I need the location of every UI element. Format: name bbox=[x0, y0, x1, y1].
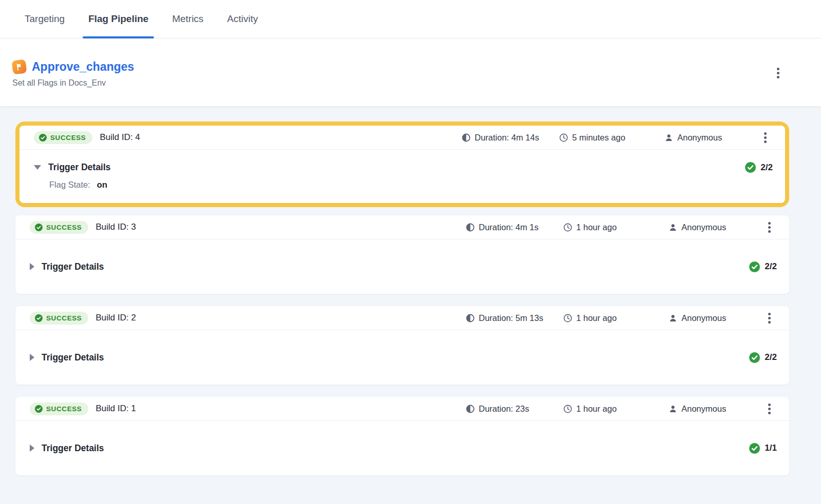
page-subtitle: Set all Flags in Docs_Env bbox=[12, 78, 809, 88]
flag-state-value: on bbox=[97, 180, 107, 190]
build-id: Build ID: 2 bbox=[95, 313, 135, 323]
build-kebab-menu-button[interactable] bbox=[760, 129, 771, 146]
tab-flag-pipeline[interactable]: Flag Pipeline bbox=[83, 0, 154, 38]
timestamp-label: 1 hour ago bbox=[576, 223, 617, 232]
build-card-surface: SUCCESS Build ID: 2 Duration: 5m 13s 1 bbox=[15, 306, 789, 385]
check-circle-icon bbox=[35, 224, 43, 231]
check-circle-icon bbox=[749, 261, 760, 272]
build-duration: Duration: 4m 14s bbox=[462, 133, 559, 143]
build-card-header: SUCCESS Build ID: 1 Duration: 23s 1 ho bbox=[15, 397, 789, 421]
status-label: SUCCESS bbox=[46, 314, 82, 322]
build-card: SUCCESS Build ID: 2 Duration: 5m 13s 1 bbox=[15, 306, 789, 385]
duration-label: Duration: 4m 14s bbox=[475, 133, 539, 143]
tab-targeting[interactable]: Targeting bbox=[19, 0, 70, 38]
status-label: SUCCESS bbox=[50, 134, 86, 142]
build-card-header: SUCCESS Build ID: 2 Duration: 5m 13s 1 bbox=[15, 306, 789, 330]
clock-icon bbox=[559, 133, 568, 142]
build-card: SUCCESS Build ID: 3 Duration: 4m 1s 1 bbox=[15, 215, 789, 294]
build-card: SUCCESS Build ID: 4 Duration: 4m 14s 5 bbox=[15, 122, 789, 207]
build-duration: Duration: 23s bbox=[466, 404, 563, 414]
elapsed-time-icon bbox=[466, 314, 475, 322]
duration-label: Duration: 23s bbox=[479, 404, 529, 414]
tab-metrics[interactable]: Metrics bbox=[166, 0, 209, 38]
build-card-body: Trigger Details 2/2 bbox=[15, 330, 789, 385]
build-list: SUCCESS Build ID: 4 Duration: 4m 14s 5 bbox=[15, 122, 789, 475]
build-kebab-menu-button[interactable] bbox=[764, 219, 775, 236]
build-kebab-menu-button[interactable] bbox=[764, 310, 775, 327]
timestamp-label: 1 hour ago bbox=[576, 404, 617, 414]
tab-activity[interactable]: Activity bbox=[222, 0, 264, 38]
caret-right-icon bbox=[30, 354, 34, 361]
flag-state-row: Flag State: on bbox=[49, 180, 773, 190]
clock-icon bbox=[563, 223, 572, 232]
trigger-details-toggle[interactable]: Trigger Details bbox=[42, 352, 104, 363]
trigger-row: Trigger Details 2/2 bbox=[30, 261, 777, 272]
check-circle-icon bbox=[35, 314, 43, 322]
build-timestamp: 1 hour ago bbox=[563, 404, 669, 414]
user-label: Anonymous bbox=[681, 223, 726, 232]
person-icon bbox=[669, 223, 677, 232]
build-duration: Duration: 4m 1s bbox=[466, 223, 563, 232]
build-card-surface: SUCCESS Build ID: 3 Duration: 4m 1s 1 bbox=[15, 215, 789, 294]
check-circle-icon bbox=[35, 405, 43, 413]
user-label: Anonymous bbox=[681, 313, 726, 323]
caret-down-icon bbox=[34, 165, 41, 170]
build-card-body: Trigger Details 2/2 bbox=[15, 239, 789, 294]
build-card-header: SUCCESS Build ID: 4 Duration: 4m 14s 5 bbox=[19, 126, 785, 150]
step-count: 2/2 bbox=[749, 261, 777, 272]
user-label: Anonymous bbox=[677, 133, 722, 143]
build-user: Anonymous bbox=[669, 404, 764, 414]
step-count: 2/2 bbox=[745, 162, 773, 173]
trigger-row: Trigger Details 2/2 bbox=[34, 162, 773, 173]
trigger-row: Trigger Details 2/2 bbox=[30, 352, 777, 363]
build-card-surface: SUCCESS Build ID: 4 Duration: 4m 14s 5 bbox=[19, 126, 785, 203]
elapsed-time-icon bbox=[466, 223, 475, 232]
build-card-surface: SUCCESS Build ID: 1 Duration: 23s 1 ho bbox=[15, 397, 789, 475]
step-count: 1/1 bbox=[749, 443, 777, 454]
step-count-label: 2/2 bbox=[765, 352, 777, 362]
tab-bar: Targeting Flag Pipeline Metrics Activity bbox=[0, 0, 821, 38]
trigger-details-toggle[interactable]: Trigger Details bbox=[42, 261, 104, 272]
step-count-label: 1/1 bbox=[765, 443, 777, 453]
timestamp-label: 1 hour ago bbox=[576, 313, 617, 323]
check-circle-icon bbox=[39, 134, 47, 142]
status-badge: SUCCESS bbox=[30, 221, 88, 234]
build-card-body: Trigger Details 1/1 bbox=[15, 421, 789, 475]
build-user: Anonymous bbox=[669, 313, 764, 323]
check-circle-icon bbox=[749, 352, 760, 363]
build-user: Anonymous bbox=[669, 223, 764, 232]
status-badge: SUCCESS bbox=[30, 402, 88, 415]
caret-right-icon bbox=[30, 445, 34, 452]
build-id: Build ID: 4 bbox=[100, 132, 140, 143]
header-kebab-menu-button[interactable] bbox=[773, 65, 784, 82]
duration-label: Duration: 4m 1s bbox=[479, 223, 538, 232]
status-label: SUCCESS bbox=[46, 405, 82, 413]
status-badge: SUCCESS bbox=[30, 312, 88, 325]
trigger-details-toggle[interactable]: Trigger Details bbox=[42, 443, 104, 454]
step-count-label: 2/2 bbox=[760, 163, 773, 173]
build-id: Build ID: 1 bbox=[95, 404, 135, 414]
build-duration: Duration: 5m 13s bbox=[466, 313, 563, 323]
clock-icon bbox=[563, 405, 572, 413]
build-user: Anonymous bbox=[664, 133, 760, 143]
page-title[interactable]: Approve_changes bbox=[32, 60, 134, 74]
person-icon bbox=[669, 314, 677, 322]
check-circle-icon bbox=[745, 162, 756, 173]
flag-state-label: Flag State: bbox=[49, 180, 90, 190]
timestamp-label: 5 minutes ago bbox=[572, 133, 625, 143]
build-timestamp: 1 hour ago bbox=[563, 223, 669, 232]
check-circle-icon bbox=[749, 443, 760, 454]
status-label: SUCCESS bbox=[46, 224, 82, 231]
build-timestamp: 1 hour ago bbox=[563, 313, 669, 323]
person-icon bbox=[664, 133, 673, 142]
caret-right-icon bbox=[30, 263, 34, 270]
title-block: Approve_changes Set all Flags in Docs_En… bbox=[0, 38, 821, 88]
duration-label: Duration: 5m 13s bbox=[479, 313, 543, 323]
user-label: Anonymous bbox=[681, 404, 726, 414]
step-count: 2/2 bbox=[749, 352, 777, 363]
flag-icon bbox=[11, 59, 27, 74]
trigger-details-toggle[interactable]: Trigger Details bbox=[48, 162, 111, 173]
build-kebab-menu-button[interactable] bbox=[764, 400, 775, 417]
build-timestamp: 5 minutes ago bbox=[559, 133, 664, 143]
build-id: Build ID: 3 bbox=[95, 222, 135, 232]
